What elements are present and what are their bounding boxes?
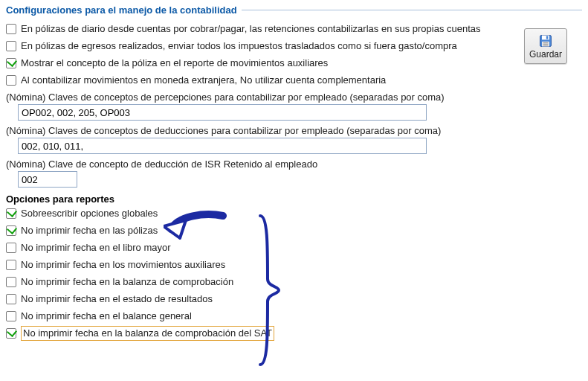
reports-label-2: No imprimir fecha en las pólizas <box>21 224 158 237</box>
reports-check-4[interactable] <box>6 260 16 270</box>
reports-row-3: No imprimir fecha en el libro mayor <box>6 240 582 254</box>
reports-label-5: No imprimir fecha en la balanza de compr… <box>21 275 233 289</box>
reports-label-4: No imprimir fecha en los movimientos aux… <box>21 258 225 272</box>
config-panel: Configuraciones para el manejo de la con… <box>0 0 588 348</box>
svg-rect-2 <box>546 36 549 39</box>
reports-check-3[interactable] <box>6 243 16 253</box>
config-label-2: En pólizas de egresos realizados, enviar… <box>21 39 457 53</box>
svg-rect-1 <box>542 35 549 39</box>
section1-rule <box>242 10 582 10</box>
section1-legend: Configuraciones para el manejo de la con… <box>6 4 582 16</box>
reports-label-6: No imprimir fecha en el estado de result… <box>21 292 213 306</box>
reports-row-6: No imprimir fecha en el estado de result… <box>6 292 582 306</box>
save-icon <box>538 33 553 48</box>
config-label-1: En pólizas de diario desde cuentas por c… <box>21 22 481 36</box>
isr-input[interactable] <box>18 171 77 188</box>
reports-label-7: No imprimir fecha en el balance general <box>21 310 192 323</box>
reports-label-8: No imprimir fecha en la balanza de compr… <box>21 326 274 341</box>
reports-label-1: Sobreescribir opciones globales <box>21 207 158 220</box>
reports-check-6[interactable] <box>6 294 16 304</box>
percepciones-desc: (Nómina) Claves de conceptos de percepci… <box>6 92 582 103</box>
config-row-1: En pólizas de diario desde cuentas por c… <box>6 22 582 36</box>
reports-check-2[interactable] <box>6 225 16 236</box>
section2-title: Opciones para reportes <box>6 193 582 205</box>
reports-check-7[interactable] <box>6 311 16 321</box>
config-check-2[interactable] <box>6 41 16 51</box>
reports-check-8[interactable] <box>6 328 16 339</box>
reports-check-1[interactable] <box>6 208 16 219</box>
config-row-2: En pólizas de egresos realizados, enviar… <box>6 39 582 53</box>
deducciones-desc: (Nómina) Claves de conceptos de deduccio… <box>6 125 582 136</box>
save-button[interactable]: Guardar <box>524 28 567 64</box>
reports-check-5[interactable] <box>6 277 16 287</box>
reports-row-8: No imprimir fecha en la balanza de compr… <box>6 326 582 340</box>
reports-row-5: No imprimir fecha en la balanza de compr… <box>6 275 582 289</box>
reports-row-2: No imprimir fecha en las pólizas <box>6 223 582 237</box>
config-label-3: Mostrar el concepto de la póliza en el r… <box>21 57 328 70</box>
config-row-3: Mostrar el concepto de la póliza en el r… <box>6 56 582 70</box>
deducciones-input[interactable] <box>18 138 427 154</box>
reports-row-4: No imprimir fecha en los movimientos aux… <box>6 257 582 272</box>
reports-row-1: Sobreescribir opciones globales <box>6 206 582 220</box>
config-check-3[interactable] <box>6 58 16 68</box>
section1-title: Configuraciones para el manejo de la con… <box>6 4 237 16</box>
config-row-4: Al contabilizar movimientos en moneda ex… <box>6 73 582 87</box>
reports-label-3: No imprimir fecha en el libro mayor <box>21 241 171 254</box>
percepciones-input[interactable] <box>18 104 427 121</box>
config-check-1[interactable] <box>6 24 16 34</box>
isr-desc: (Nómina) Clave de concepto de deducción … <box>6 159 582 170</box>
save-button-label: Guardar <box>529 49 562 60</box>
config-check-4[interactable] <box>6 75 16 86</box>
config-label-4: Al contabilizar movimientos en moneda ex… <box>21 74 386 87</box>
reports-row-7: No imprimir fecha en el balance general <box>6 309 582 323</box>
